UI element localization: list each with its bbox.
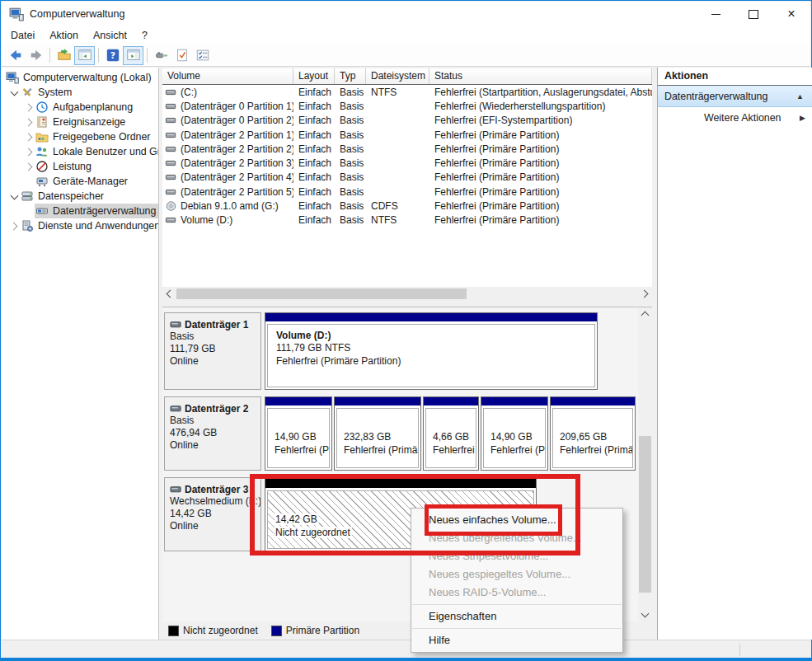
collapse-arrow-icon[interactable]: ▲ <box>796 92 804 101</box>
scroll-up-button[interactable] <box>638 307 652 321</box>
menu-item-hilfe[interactable]: Hilfe <box>411 631 622 649</box>
pane-splitter[interactable] <box>162 301 652 307</box>
volume-table-row[interactable]: (Datenträger 2 Partition 2)EinfachBasisF… <box>162 142 652 156</box>
scroll-thumb[interactable] <box>639 436 651 593</box>
tree-item-datenspeicher[interactable]: Datenspeicher <box>2 189 158 204</box>
disk-management-icon <box>35 204 49 218</box>
properties-list-button[interactable] <box>192 46 213 65</box>
actions-item-more-actions[interactable]: Weitere Aktionen ▶ <box>658 107 812 128</box>
volume-layout-cell: Einfach <box>293 171 335 183</box>
disk-label-datentr-ger-1[interactable]: Datenträger 1Basis111,79 GBOnline <box>164 312 261 390</box>
disk-label-datentr-ger-3[interactable]: Datenträger 3Wechselmedium (E:)14,42 GBO… <box>164 477 261 551</box>
menu-aktion[interactable]: Aktion <box>42 26 86 45</box>
volume-table-row[interactable]: (Datenträger 2 Partition 3)EinfachBasisF… <box>162 156 652 170</box>
app-icon <box>9 7 24 21</box>
partition-color-band <box>335 397 420 406</box>
scroll-track[interactable] <box>176 287 638 301</box>
menu-ansicht[interactable]: Ansicht <box>86 26 134 45</box>
volume-name-cell: (Datenträger 0 Partition 2) <box>162 115 293 126</box>
column-header-volume[interactable]: Volume <box>162 68 293 84</box>
volume-table-row[interactable]: (Datenträger 2 Partition 5)EinfachBasisF… <box>162 185 652 199</box>
action-pane-toggle-button[interactable] <box>123 46 143 65</box>
back-arrow-icon <box>8 48 23 63</box>
scroll-right-button[interactable] <box>638 287 652 301</box>
expander-collapsed-icon[interactable] <box>23 149 35 155</box>
volume-dateisystem-cell: NTFS <box>366 87 429 98</box>
back-button[interactable] <box>5 46 26 65</box>
partition-block[interactable]: 14,90 GBFehlerfrei (Primäre Partition) <box>481 396 548 471</box>
tree-item-aufgabenplanung[interactable]: Aufgabenplanung <box>2 100 158 115</box>
tree-item-dienste-und-anwendungen[interactable]: Dienste und Anwendungen <box>2 218 158 233</box>
expander-expanded-icon[interactable] <box>8 91 20 95</box>
menu-datei[interactable]: Datei <box>3 26 42 45</box>
tree-item-datentr-gerverwaltung[interactable]: Datenträgerverwaltung <box>2 204 158 218</box>
column-header-layout[interactable]: Layout <box>293 68 335 84</box>
menu-item-neues-einfaches-volume[interactable]: Neues einfaches Volume... <box>411 511 622 529</box>
volume-name: (C:) <box>181 87 197 98</box>
scroll-thumb[interactable] <box>176 288 467 299</box>
partition-title: Volume (D:) <box>268 325 594 341</box>
volume-table-row[interactable]: (Datenträger 2 Partition 1)EinfachBasisF… <box>162 128 652 142</box>
volume-icon <box>165 186 177 198</box>
expander-collapsed-icon[interactable] <box>8 223 20 229</box>
menu-item-neues-raid-5-volume: Neues RAID-5-Volume... <box>411 584 622 602</box>
partition-detail-line: 232,83 GB <box>337 430 418 443</box>
volume-table-row[interactable]: (Datenträger 0 Partition 2)EinfachBasisF… <box>162 114 652 128</box>
check-status-button[interactable] <box>171 46 192 65</box>
disk-label-datentr-ger-2[interactable]: Datenträger 2Basis476,94 GBOnline <box>164 396 261 471</box>
volume-list-horizontal-scrollbar[interactable] <box>162 287 652 301</box>
console-tree-icon <box>77 48 92 63</box>
disk-pane-vertical-scrollbar[interactable] <box>638 307 652 621</box>
menu-item-eigenschaften[interactable]: Eigenschaften <box>411 607 622 626</box>
minimize-button[interactable] <box>697 2 735 26</box>
rescan-disks-button[interactable] <box>151 46 171 65</box>
tree-item-system[interactable]: System <box>2 85 158 100</box>
volume-icon <box>165 143 177 155</box>
cd-icon <box>165 200 177 212</box>
volume-name: (Datenträger 2 Partition 4) <box>181 171 293 183</box>
volume-name-cell: (Datenträger 2 Partition 1) <box>162 129 293 141</box>
volume-table-row[interactable]: (Datenträger 0 Partition 1)EinfachBasisF… <box>162 99 652 113</box>
maximize-button[interactable] <box>735 2 772 26</box>
partition-block[interactable]: 209,65 GBFehlerfrei (Primäre Partition) <box>550 396 636 471</box>
volume-table-row[interactable]: (Datenträger 2 Partition 4)EinfachBasisF… <box>162 171 652 185</box>
column-header-typ[interactable]: Typ <box>335 68 366 84</box>
column-header-dateisystem[interactable]: Dateisystem <box>366 68 429 84</box>
scroll-down-button[interactable] <box>638 607 652 621</box>
volume-table-row[interactable]: Volume (D:)EinfachBasisNTFSFehlerfrei (P… <box>162 213 652 227</box>
actions-group-disk-management[interactable]: Datenträgerverwaltung ▲ <box>658 86 812 107</box>
forward-button[interactable] <box>26 46 46 65</box>
console-tree-toggle-button[interactable] <box>74 46 95 65</box>
computer-icon <box>6 71 19 84</box>
disk-row-datentr-ger-2: Datenträger 2Basis476,94 GBOnline14,90 G… <box>164 396 636 471</box>
volume-layout-cell: Einfach <box>293 129 335 141</box>
tree-item-ger-te-manager[interactable]: Geräte-Manager <box>2 174 158 189</box>
menu-help[interactable]: ? <box>134 26 155 45</box>
tree-item-leistung[interactable]: Leistung <box>2 159 158 174</box>
volume-icon <box>165 157 177 169</box>
help-button[interactable]: ? <box>102 46 123 65</box>
export-list-button[interactable] <box>54 46 74 65</box>
expander-collapsed-icon[interactable] <box>23 105 35 110</box>
partition-block[interactable]: 4,66 GBFehlerfrei (Primäre Partition) <box>423 396 479 471</box>
volume-typ-cell: Basis <box>335 171 366 183</box>
volume-typ-cell: Basis <box>335 214 366 226</box>
volume-table-row[interactable]: (C:)EinfachBasisNTFSFehlerfrei (Startpar… <box>162 85 652 99</box>
expander-collapsed-icon[interactable] <box>23 134 35 140</box>
tree-item-computerverwaltung-lokal[interactable]: Computerverwaltung (Lokal) <box>2 70 158 85</box>
tree-item-freigegebene-ordner[interactable]: Freigegebene Ordner <box>2 129 158 144</box>
tree-item-ereignisanzeige[interactable]: Ereignisanzeige <box>2 115 158 129</box>
expander-collapsed-icon[interactable] <box>23 164 35 170</box>
partition-block[interactable]: 14,90 GBFehlerfrei (Primäre Partition) <box>265 396 332 471</box>
partition-block[interactable]: 232,83 GBFehlerfrei (Primäre Partition) <box>334 396 421 471</box>
partition-detail-line: 14,90 GB <box>484 430 545 443</box>
volume-table-row[interactable]: Debian 9.1.0 amd (G:)EinfachBasisCDFSFeh… <box>162 199 652 213</box>
partition-block[interactable]: Volume (D:)111,79 GB NTFSFehlerfrei (Pri… <box>265 312 598 390</box>
volume-name-cell: Debian 9.1.0 amd (G:) <box>162 200 293 212</box>
column-header-status[interactable]: Status <box>429 68 652 84</box>
expander-expanded-icon[interactable] <box>8 195 20 199</box>
scroll-left-button[interactable] <box>162 287 176 301</box>
tree-item-lokale-benutzer-und-gruppen[interactable]: Lokale Benutzer und Gruppen <box>2 144 158 159</box>
close-button[interactable]: × <box>772 2 810 26</box>
expander-collapsed-icon[interactable] <box>23 120 35 125</box>
